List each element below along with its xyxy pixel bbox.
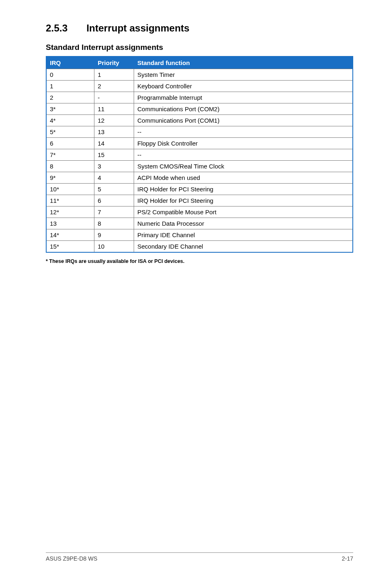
table-row: 4* 12 Communications Port (COM1) [46, 115, 353, 126]
cell-irq: 3* [46, 103, 94, 115]
table-row: 5* 13 -- [46, 126, 353, 138]
cell-function: Numeric Data Processor [134, 218, 353, 229]
cell-irq: 2 [46, 92, 94, 103]
cell-irq: 1 [46, 81, 94, 92]
cell-function: System CMOS/Real Time Clock [134, 161, 353, 172]
cell-irq: 12* [46, 206, 94, 218]
cell-irq: 11* [46, 195, 94, 206]
table-row: 0 1 System Timer [46, 69, 353, 81]
footer-left: ASUS Z9PE-D8 WS [46, 555, 97, 562]
section-number: 2.5.3 [46, 22, 67, 34]
cell-priority: 10 [94, 241, 134, 253]
cell-function: System Timer [134, 69, 353, 81]
cell-priority: 14 [94, 138, 134, 149]
cell-priority: 11 [94, 103, 134, 115]
table-row: 1 2 Keyboard Controller [46, 81, 353, 92]
cell-priority: 5 [94, 184, 134, 195]
cell-priority: 3 [94, 161, 134, 172]
cell-priority: 6 [94, 195, 134, 206]
cell-irq: 10* [46, 184, 94, 195]
cell-irq: 14* [46, 229, 94, 241]
cell-function: Primary IDE Channel [134, 229, 353, 241]
cell-priority: 13 [94, 126, 134, 138]
cell-function: -- [134, 126, 353, 138]
table-row: 11* 6 IRQ Holder for PCI Steering [46, 195, 353, 206]
table-row: 7* 15 -- [46, 149, 353, 161]
cell-irq: 5* [46, 126, 94, 138]
table-row: 13 8 Numeric Data Processor [46, 218, 353, 229]
cell-function: Secondary IDE Channel [134, 241, 353, 253]
cell-priority: 1 [94, 69, 134, 81]
cell-irq: 13 [46, 218, 94, 229]
th-irq: IRQ [46, 56, 94, 69]
page-footer: ASUS Z9PE-D8 WS 2-17 [46, 552, 353, 562]
table-row: 9* 4 ACPI Mode when used [46, 172, 353, 184]
table-row: 14* 9 Primary IDE Channel [46, 229, 353, 241]
table-row: 15* 10 Secondary IDE Channel [46, 241, 353, 253]
cell-function: ACPI Mode when used [134, 172, 353, 184]
cell-irq: 4* [46, 115, 94, 126]
table-header-row: IRQ Priority Standard function [46, 56, 353, 69]
table-row: 6 14 Floppy Disk Controller [46, 138, 353, 149]
cell-function: -- [134, 149, 353, 161]
cell-irq: 0 [46, 69, 94, 81]
cell-function: Communications Port (COM2) [134, 103, 353, 115]
cell-priority: 9 [94, 229, 134, 241]
section-title: Interrupt assignments [86, 22, 189, 34]
cell-function: IRQ Holder for PCI Steering [134, 195, 353, 206]
footer-right: 2-17 [342, 555, 353, 562]
table-footnote: * These IRQs are usually available for I… [46, 258, 353, 264]
table-row: 12* 7 PS/2 Compatible Mouse Port [46, 206, 353, 218]
cell-function: Programmable Interrupt [134, 92, 353, 103]
th-priority: Priority [94, 56, 134, 69]
cell-priority: - [94, 92, 134, 103]
table-row: 8 3 System CMOS/Real Time Clock [46, 161, 353, 172]
cell-priority: 4 [94, 172, 134, 184]
cell-irq: 8 [46, 161, 94, 172]
cell-priority: 8 [94, 218, 134, 229]
cell-function: IRQ Holder for PCI Steering [134, 184, 353, 195]
cell-irq: 6 [46, 138, 94, 149]
cell-function: Floppy Disk Controller [134, 138, 353, 149]
cell-priority: 7 [94, 206, 134, 218]
cell-irq: 15* [46, 241, 94, 253]
table-row: 2 - Programmable Interrupt [46, 92, 353, 103]
cell-function: Keyboard Controller [134, 81, 353, 92]
cell-irq: 7* [46, 149, 94, 161]
cell-priority: 12 [94, 115, 134, 126]
th-function: Standard function [134, 56, 353, 69]
cell-priority: 15 [94, 149, 134, 161]
table-row: 3* 11 Communications Port (COM2) [46, 103, 353, 115]
irq-table: IRQ Priority Standard function 0 1 Syste… [46, 56, 353, 253]
subheading: Standard Interrupt assignments [46, 43, 353, 52]
cell-function: PS/2 Compatible Mouse Port [134, 206, 353, 218]
table-row: 10* 5 IRQ Holder for PCI Steering [46, 184, 353, 195]
cell-function: Communications Port (COM1) [134, 115, 353, 126]
cell-irq: 9* [46, 172, 94, 184]
cell-priority: 2 [94, 81, 134, 92]
section-heading: 2.5.3Interrupt assignments [46, 22, 353, 34]
